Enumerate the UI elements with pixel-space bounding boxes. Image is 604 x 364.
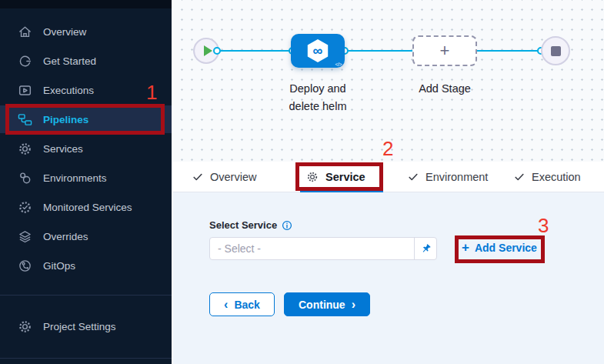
back-button-label: Back [234,299,259,311]
sidebar-item-label: GitOps [43,260,75,272]
sidebar-item-label: Monitored Services [43,202,132,213]
sidebar-item-label: Services [43,143,83,155]
sidebar-divider [0,358,172,359]
pipeline-canvas[interactable]: ∞ </> Deploy and delete helm + Add Stage [173,0,604,162]
gear-icon [18,142,32,156]
add-stage-button[interactable]: + [412,35,477,66]
code-icon: </> [335,62,342,67]
sidebar-item-services[interactable]: Services [0,135,172,162]
sidebar-top-strip [0,0,172,8]
check-icon [408,172,419,182]
chevron-left-icon: ‹ [224,299,228,311]
chevron-right-icon: › [352,299,355,311]
executions-icon [18,83,32,98]
sidebar-item-overview[interactable]: Overview [0,18,172,45]
stage-config-tabbar: Overview Service Environment Execution [173,162,604,192]
infinity-glyph: ∞ [313,44,323,58]
layers-icon [18,229,32,244]
sidebar-item-project-settings[interactable]: Project Settings [0,312,172,340]
sidebar-item-label: Executions [43,85,94,96]
add-service-label: Add Service [475,242,537,254]
home-icon [18,25,32,39]
tab-environment[interactable]: Environment [408,162,488,192]
plus-icon: + [440,41,450,61]
tab-overview[interactable]: Overview [192,162,256,192]
tab-execution[interactable]: Execution [514,162,581,192]
stage-name-label: Deploy and delete helm [272,80,364,115]
continue-button[interactable]: Continue › [284,292,370,316]
pipelines-icon [18,112,32,127]
sidebar-item-get-started[interactable]: Get Started [0,47,172,75]
environments-icon [18,171,32,185]
gear-icon [306,171,319,183]
sidebar-item-gitops[interactable]: GitOps [0,252,172,279]
sidebar-item-overrides[interactable]: Overrides [0,222,172,250]
sidebar-item-monitored-services[interactable]: Monitored Services [0,193,172,221]
connector-port [213,47,221,55]
sidebar-item-label: Get Started [43,55,96,67]
sidebar-item-executions[interactable]: Executions [0,76,172,104]
tab-label: Service [325,171,365,183]
gitops-icon [18,259,32,273]
pipeline-studio-page: Overview Get Started Executions Pipeline… [0,0,604,364]
continue-button-label: Continue [299,299,345,311]
stage-name-line2: delete helm [272,98,364,115]
add-stage-label: Add Stage [399,82,491,95]
cd-stage-icon: ∞ [306,39,329,62]
sidebar: Overview Get Started Executions Pipeline… [0,0,172,364]
pipeline-end-node [541,36,570,65]
select-service-label: Select Service [209,219,292,231]
stop-icon [551,46,561,56]
sidebar-item-label: Overview [43,26,86,38]
active-tab-underline [300,190,383,192]
sidebar-item-label: Project Settings [43,321,116,332]
sidebar-divider [0,295,172,296]
tab-label: Environment [425,171,488,183]
add-service-button[interactable]: + Add Service [462,241,537,254]
pin-icon [419,242,432,255]
info-icon[interactable] [282,220,292,231]
stage-name-line1: Deploy and [272,80,364,98]
gear-icon [18,319,32,334]
check-icon [514,172,525,182]
gear-check-icon [18,200,32,215]
service-select[interactable]: - Select - [209,237,437,260]
service-tab-content: Select Service - Select - + Add Service … [173,193,604,364]
sidebar-item-label: Overrides [43,231,88,242]
sidebar-item-pipelines[interactable]: Pipelines [0,105,172,133]
pipeline-connector-line [217,50,541,52]
play-icon [204,45,212,56]
plus-icon: + [462,241,469,254]
sidebar-item-label: Environments [43,172,107,184]
tab-label: Overview [210,171,256,183]
stage-node-deploy[interactable]: ∞ </> [291,34,345,68]
check-icon [192,172,203,182]
tab-service[interactable]: Service [306,162,365,192]
pin-button[interactable] [414,238,436,259]
tab-label: Execution [532,171,581,183]
sidebar-item-label: Pipelines [43,114,88,125]
back-button[interactable]: ‹ Back [209,292,275,316]
select-service-label-text: Select Service [209,219,277,231]
service-select-value: - Select - [210,238,414,259]
get-started-icon [18,54,32,68]
sidebar-item-environments[interactable]: Environments [0,164,172,192]
